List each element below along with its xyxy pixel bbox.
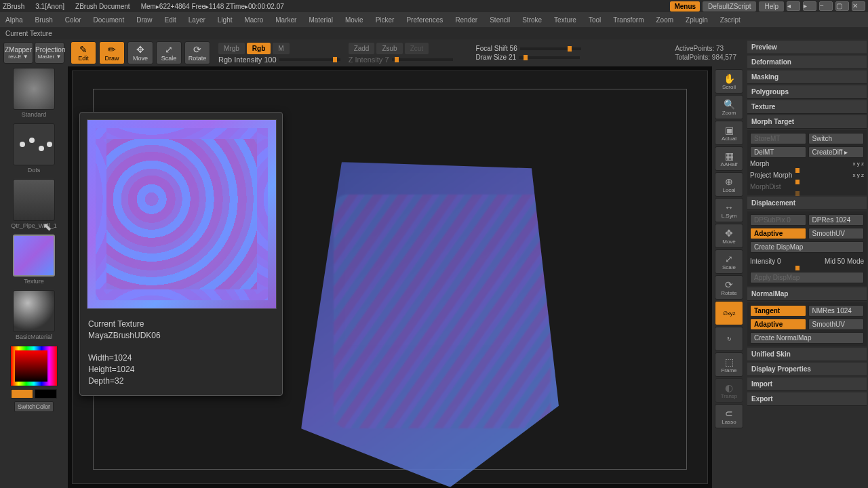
create-normalmap-button[interactable]: Create NormalMap (750, 332, 864, 344)
scale-tool[interactable]: ⤢Scale (715, 249, 743, 274)
normalmap-header[interactable]: NormalMap (747, 287, 867, 301)
aahalf-tool[interactable]: ▦AAHalf (715, 146, 743, 171)
swatch-primary[interactable] (11, 389, 33, 399)
display-properties-header[interactable]: Display Properties (747, 363, 867, 376)
rotate-button[interactable]: ⟳Rotate (184, 41, 210, 64)
lsym-tool[interactable]: ↔L.Sym (715, 198, 743, 222)
color-picker[interactable] (10, 346, 58, 386)
swatch-secondary[interactable] (35, 389, 57, 399)
menu-light[interactable]: Light (218, 16, 233, 24)
displacement-header[interactable]: Displacement (747, 197, 867, 210)
move-tool[interactable]: ✥Move (715, 224, 743, 248)
zadd-button[interactable]: Zadd (349, 43, 375, 54)
menu-movie[interactable]: Movie (345, 16, 363, 24)
scroll-tool[interactable]: ✋Scroll (715, 69, 743, 94)
dpres-button[interactable]: DPRes 1024 (808, 214, 865, 226)
menu-draw[interactable]: Draw (136, 16, 152, 24)
nmres-button[interactable]: NMRes 1024 (808, 305, 865, 317)
menu-layer[interactable]: Layer (189, 16, 205, 24)
masking-header[interactable]: Masking (747, 70, 867, 84)
draw-button[interactable]: ✏Draw (99, 41, 125, 64)
texture-thumb[interactable] (13, 235, 55, 277)
project-xyz[interactable]: x y z (853, 172, 864, 178)
brush-thumb[interactable] (13, 68, 55, 110)
menu-render[interactable]: Render (455, 16, 477, 24)
maximize-icon[interactable]: ▢ (835, 1, 849, 11)
persp-tool[interactable]: ↻ (715, 327, 743, 351)
zsub-button[interactable]: Zsub (376, 43, 402, 54)
deformation-header[interactable]: Deformation (747, 56, 867, 69)
menu-transform[interactable]: Transform (613, 16, 644, 24)
disp-intensity-label[interactable]: Intensity 0 (750, 258, 781, 265)
disp-smoothuv-button[interactable]: SmoothUV (808, 228, 865, 239)
rgb-button[interactable]: Rgb (247, 43, 271, 54)
alpha-thumb[interactable] (13, 179, 55, 221)
focal-shift-slider[interactable]: Focal Shift 56 (476, 45, 517, 52)
lasso-tool[interactable]: ⊂Lasso (715, 404, 743, 428)
tangent-button[interactable]: Tangent (750, 305, 806, 317)
menu-preferences[interactable]: Preferences (406, 16, 443, 24)
creatediff-button[interactable]: CreateDiff ▸ (808, 146, 865, 158)
menu-stroke[interactable]: Stroke (522, 16, 542, 24)
delmt-button[interactable]: DelMT (750, 146, 806, 158)
storemt-button[interactable]: StoreMT (750, 133, 806, 144)
transp-tool[interactable]: ◐Transp (715, 378, 743, 403)
stroke-thumb[interactable] (13, 123, 55, 165)
menu-zplugin[interactable]: Zplugin (686, 16, 708, 24)
frame-tool[interactable]: ⬚Frame (715, 352, 743, 377)
menu-stencil[interactable]: Stencil (490, 16, 510, 24)
import-header[interactable]: Import (747, 378, 867, 391)
apply-dispmap-button[interactable]: Apply DispMap (750, 272, 864, 283)
disp-mid-label[interactable]: Mid 50 (825, 258, 845, 265)
menu-texture[interactable]: Texture (554, 16, 576, 24)
menu-tool[interactable]: Tool (589, 16, 601, 24)
switchcolor-button[interactable]: SwitchColor (14, 401, 54, 412)
menu-picker[interactable]: Picker (376, 16, 395, 24)
minimize-icon[interactable]: − (819, 1, 833, 11)
local-tool[interactable]: ⊕Local (715, 172, 743, 197)
menu-color[interactable]: Color (65, 16, 81, 24)
menu-edit[interactable]: Edit (165, 16, 176, 24)
morph-target-header[interactable]: Morph Target (747, 115, 867, 129)
dpsubpix-button[interactable]: DPSubPix 0 (750, 214, 806, 226)
menu-brush[interactable]: Brush (35, 16, 53, 24)
help-button[interactable]: Help (759, 1, 784, 12)
unified-skin-header[interactable]: Unified Skin (747, 348, 867, 361)
m-button[interactable]: M (273, 43, 289, 54)
export-header[interactable]: Export (747, 392, 867, 406)
menu-alpha[interactable]: Alpha (5, 16, 23, 24)
switch-button[interactable]: Switch (808, 133, 865, 144)
z-intensity-slider[interactable]: Z Intensity 7 (349, 56, 389, 64)
menu-material[interactable]: Material (309, 16, 333, 24)
scale-button[interactable]: ⤢Scale (156, 41, 182, 64)
menu-zscript[interactable]: Zscript (720, 16, 741, 24)
menu-document[interactable]: Document (94, 16, 125, 24)
draw-size-slider[interactable]: Draw Size 21 (476, 54, 516, 61)
preview-header[interactable]: Preview (747, 41, 867, 54)
nav-right-icon[interactable]: ▸ (803, 1, 816, 11)
menu-macro[interactable]: Macro (244, 16, 263, 24)
nm-smoothuv-button[interactable]: SmoothUV (808, 319, 865, 330)
menus-button[interactable]: Menus (670, 1, 700, 12)
menu-marker[interactable]: Marker (275, 16, 296, 24)
disp-adaptive-button[interactable]: Adaptive (750, 228, 806, 239)
actual-tool[interactable]: ▣Actual (715, 121, 743, 145)
nm-adaptive-button[interactable]: Adaptive (750, 319, 806, 330)
create-dispmap-button[interactable]: Create DispMap (750, 241, 864, 253)
menu-zoom[interactable]: Zoom (656, 16, 673, 24)
close-icon[interactable]: ✕ (852, 1, 865, 11)
material-thumb[interactable] (13, 290, 55, 332)
edit-button[interactable]: ✎Edit (71, 41, 96, 64)
disp-mode-label[interactable]: Mode (847, 258, 864, 265)
rgb-intensity-slider[interactable]: Rgb Intensity 100 (218, 56, 277, 64)
zmapper-button[interactable]: ZMapperrev-E ▼ (3, 42, 33, 64)
defaultscript-button[interactable]: DefaultZScript (703, 1, 756, 12)
move-button[interactable]: ✥Move (127, 41, 153, 64)
viewport[interactable]: Current Texture MayaZBrushUDK06 Width=10… (72, 70, 708, 484)
projection-master-button[interactable]: ProjectionMaster ▼ (35, 42, 64, 64)
texture-header[interactable]: Texture (747, 100, 867, 114)
polygroups-header[interactable]: Polygroups (747, 85, 867, 99)
morph-xyz[interactable]: x y z (853, 161, 864, 167)
xyz-tool[interactable]: ∅xyz (715, 301, 743, 325)
zoom-tool[interactable]: 🔍Zoom (715, 95, 743, 119)
